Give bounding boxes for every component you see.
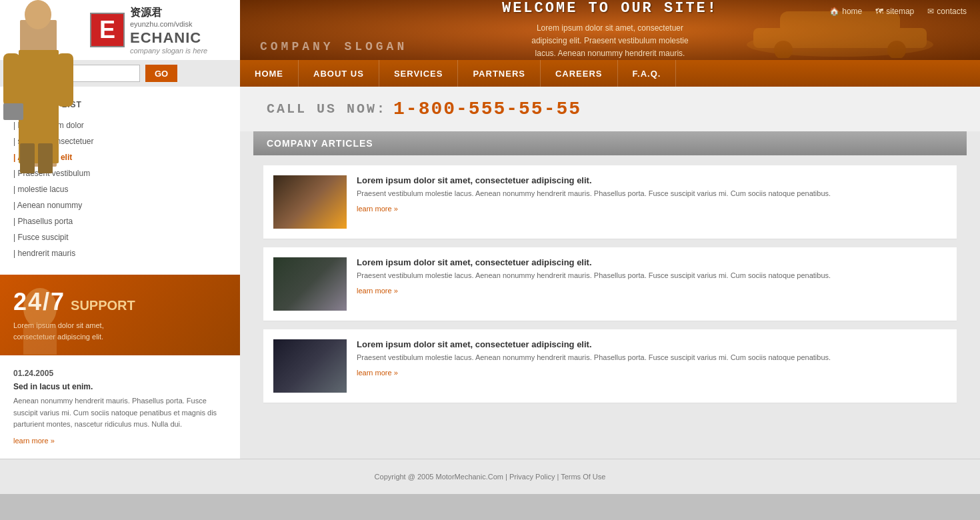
navigation-bar: GO HOME ABOUT US SERVICES PARTNERS CAREE… — [0, 60, 980, 87]
news-body: Aenean nonummy hendrerit mauris. Phasell… — [13, 395, 227, 431]
articles-title: COMPANY ARTICLES — [267, 138, 953, 149]
logo-url: eyunzhu.com/vdisk — [130, 20, 207, 28]
article-title-2: Lorem ipsum dolor sit amet, consectetuer… — [357, 257, 947, 267]
article-learn-more-1[interactable]: learn more » — [357, 205, 398, 213]
nav-careers[interactable]: CAREERS — [541, 60, 618, 87]
news-date: 01.24.2005 — [13, 369, 227, 378]
sitemap-nav-link[interactable]: 🗺 sitemap — [875, 7, 914, 16]
svg-rect-6 — [20, 143, 35, 173]
svg-rect-7 — [38, 143, 53, 173]
svg-rect-5 — [3, 103, 23, 120]
news-section: 01.24.2005 Sed in lacus ut enim. Aenean … — [0, 355, 240, 459]
articles-header: COMPANY ARTICLES — [253, 131, 967, 155]
article-content-3: Lorem ipsum dolor sit amet, consectetuer… — [357, 339, 947, 393]
nav-services[interactable]: SERVICES — [379, 60, 459, 87]
article-body-1: Praesent vestibulum molestie lacus. Aene… — [357, 188, 947, 200]
article-title-3: Lorem ipsum dolor sit amet, consectetuer… — [357, 339, 947, 349]
welcome-section: Welcome To Our Site! Lorem ipsum dolor s… — [502, 0, 718, 60]
welcome-subtitle: Lorem ipsum dolor sit amet, consectetuer… — [502, 22, 718, 60]
logo-mechanic: ECHANIC — [130, 29, 207, 47]
footer-text: Copyright @ 2005 MotorMechanic.Com | Pri… — [375, 473, 606, 481]
top-navigation: 🏠 home 🗺 sitemap ✉ contacts — [829, 7, 967, 16]
article-item-2: Lorem ipsum dolor sit amet, consectetuer… — [263, 247, 957, 321]
header-banner: 🏠 home 🗺 sitemap ✉ contacts Welcome To O… — [240, 0, 980, 60]
main-nav-links: HOME ABOUT US SERVICES PARTNERS CAREERS … — [240, 60, 980, 87]
contacts-nav-link[interactable]: ✉ contacts — [927, 7, 967, 16]
article-body-3: Praesent vestibulum molestie lacus. Aene… — [357, 352, 947, 364]
search-go-button[interactable]: GO — [145, 65, 177, 82]
nav-faq[interactable]: F.A.Q. — [618, 60, 677, 87]
news-title: Sed in lacus ut enim. — [13, 382, 227, 391]
mechanic-person-illustration — [0, 0, 77, 173]
article-thumb-3 — [273, 339, 347, 393]
article-image-3 — [273, 339, 347, 393]
logo-slogan-text: company slogan is here — [130, 47, 207, 55]
sitemap-icon: 🗺 — [875, 7, 883, 16]
article-content-2: Lorem ipsum dolor sit amet, consectetuer… — [357, 257, 947, 311]
service-item-9[interactable]: | hendrerit mauris — [13, 245, 227, 261]
home-icon: 🏠 — [829, 7, 839, 16]
company-slogan-overlay: COMPANY SLOGAN — [260, 40, 407, 53]
svg-point-1 — [25, 0, 51, 29]
call-us-text: CALL US NOW: — [267, 101, 387, 117]
logo-chinese-text: 资源君 — [130, 6, 162, 20]
logo-icon: E — [90, 13, 125, 47]
welcome-title: Welcome To Our Site! — [502, 0, 718, 17]
nav-about[interactable]: ABOUT US — [299, 60, 379, 87]
article-learn-more-2[interactable]: learn more » — [357, 287, 398, 295]
mail-icon: ✉ — [927, 7, 934, 16]
svg-rect-14 — [23, 325, 57, 355]
footer: Copyright @ 2005 MotorMechanic.Com | Pri… — [0, 459, 980, 494]
svg-rect-4 — [57, 53, 73, 107]
support-banner: 24/7 SUPPORT Lorem ipsum dolor sit amet,… — [0, 275, 240, 355]
article-learn-more-3[interactable]: learn more » — [357, 369, 398, 377]
nav-home[interactable]: HOME — [240, 60, 299, 87]
home-nav-link[interactable]: 🏠 home — [829, 7, 862, 16]
logo-box: E 资源君 eyunzhu.com/vdisk ECHANIC company … — [90, 6, 207, 55]
service-item-8[interactable]: | Fusce suscipit — [13, 229, 227, 245]
service-item-5[interactable]: | molestie lacus — [13, 181, 227, 197]
logo-area: E 资源君 eyunzhu.com/vdisk ECHANIC company … — [0, 0, 240, 60]
article-body-2: Praesent vestibulum molestie lacus. Aene… — [357, 270, 947, 282]
service-item-6[interactable]: | Aenean nonummy — [13, 197, 227, 213]
svg-rect-3 — [3, 53, 20, 107]
article-item-1: Lorem ipsum dolor sit amet, consectetuer… — [263, 165, 957, 239]
article-thumb-2 — [273, 257, 347, 311]
support-bg — [0, 275, 240, 355]
call-phone-number: 1-800-555-55-55 — [393, 99, 581, 119]
service-item-7[interactable]: | Phasellus porta — [13, 213, 227, 229]
svg-point-13 — [23, 288, 57, 328]
main-content: SERVICES LIST | Lorem ipsum dolor | sit … — [0, 87, 980, 459]
logo-text: 资源君 eyunzhu.com/vdisk ECHANIC company sl… — [130, 6, 207, 55]
article-image-1 — [273, 175, 347, 229]
content-area: CALL US NOW: 1-800-555-55-55 COMPANY ART… — [240, 87, 980, 459]
articles-section: COMPANY ARTICLES Lorem ipsum dolor sit a… — [240, 131, 980, 428]
call-banner: CALL US NOW: 1-800-555-55-55 — [240, 87, 980, 131]
article-content-1: Lorem ipsum dolor sit amet, consectetuer… — [357, 175, 947, 229]
articles-list: Lorem ipsum dolor sit amet, consectetuer… — [253, 155, 967, 415]
article-thumb-1 — [273, 175, 347, 229]
article-image-2 — [273, 257, 347, 311]
news-learn-more-link[interactable]: learn more » — [13, 437, 55, 445]
article-item-3: Lorem ipsum dolor sit amet, consectetuer… — [263, 329, 957, 403]
nav-partners[interactable]: PARTNERS — [458, 60, 541, 87]
header: E 资源君 eyunzhu.com/vdisk ECHANIC company … — [0, 0, 980, 60]
article-title-1: Lorem ipsum dolor sit amet, consectetuer… — [357, 175, 947, 185]
